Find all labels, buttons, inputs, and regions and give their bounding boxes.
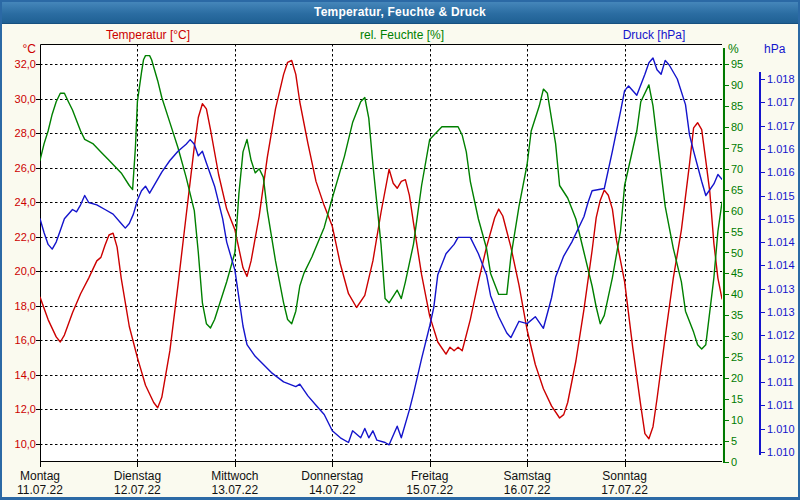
temp-axis-tick	[36, 306, 40, 307]
temp-axis-tick-label: 24,0	[6, 196, 36, 208]
humidity-axis-tick-label: 60	[731, 205, 743, 217]
pressure-axis-tick	[761, 126, 765, 127]
temp-axis-tick	[36, 237, 40, 238]
pressure-axis-tick-label: 1.015	[767, 190, 795, 202]
day-date: 12.07.22	[82, 483, 192, 497]
pressure-axis-unit: hPa	[764, 42, 785, 56]
temp-axis-tick-label: 12,0	[6, 403, 36, 415]
weather-chart-window: Temperatur, Feuchte & Druck Temperatur […	[0, 0, 800, 500]
humidity-axis-tick-label: 90	[731, 79, 743, 91]
temp-axis-tick-label: 26,0	[6, 162, 36, 174]
humidity-axis-tick	[725, 462, 729, 463]
humidity-axis-tick-label: 0	[731, 456, 737, 468]
temp-axis-tick	[36, 202, 40, 203]
humidity-axis-tick-label: 50	[731, 247, 743, 259]
humidity-axis-tick-label: 25	[731, 351, 743, 363]
x-axis-day-tick	[40, 462, 41, 467]
temp-axis-tick-label: 10,0	[6, 438, 36, 450]
pressure-axis-tick-label: 1.017	[767, 120, 795, 132]
humidity-axis-tick-label: 80	[731, 121, 743, 133]
humidity-axis-tick-label: 95	[731, 58, 743, 70]
window-title: Temperatur, Feuchte & Druck	[2, 2, 798, 24]
x-axis-day-tick	[235, 462, 236, 467]
x-axis-day-tick	[430, 462, 431, 467]
pressure-axis-tick	[761, 79, 765, 80]
x-axis-day-tick	[625, 462, 626, 467]
x-axis-day-tick	[332, 462, 333, 467]
pressure-axis-tick-label: 1.017	[767, 96, 795, 108]
legend-temperature: Temperatur [°C]	[106, 28, 190, 42]
pressure-axis-tick	[761, 405, 765, 406]
pressure-axis-tick	[761, 452, 765, 453]
humidity-axis-tick-label: 55	[731, 226, 743, 238]
day-name: Freitag	[375, 469, 485, 483]
humidity-axis-tick	[725, 211, 729, 212]
x-axis-day-label: Dienstag12.07.22	[82, 469, 192, 497]
pressure-axis-tick	[761, 265, 765, 266]
temp-axis-tick	[36, 168, 40, 169]
day-date: 16.07.22	[472, 483, 582, 497]
temp-axis-tick-label: 22,0	[6, 231, 36, 243]
temp-axis-tick	[36, 133, 40, 134]
pressure-axis-tick-label: 1.013	[767, 306, 795, 318]
x-axis-day-label: Sonntag17.07.22	[570, 469, 680, 497]
humidity-axis-tick-label: 65	[731, 184, 743, 196]
legend-humidity: rel. Feuchte [%]	[360, 28, 444, 42]
pressure-axis-tick	[761, 382, 765, 383]
pressure-axis-tick	[761, 149, 765, 150]
humidity-axis-tick	[725, 399, 729, 400]
temp-axis-tick	[36, 340, 40, 341]
pressure-axis-tick	[761, 359, 765, 360]
pressure-axis-tick	[761, 196, 765, 197]
pressure-axis-tick-label: 1.015	[767, 213, 795, 225]
humidity-axis-unit: %	[728, 42, 739, 56]
humidity-axis-tick-label: 15	[731, 393, 743, 405]
temp-axis-tick-label: 32,0	[6, 58, 36, 70]
humidity-axis-line	[723, 48, 725, 463]
humidity-axis-tick	[725, 336, 729, 337]
temp-axis-tick	[36, 64, 40, 65]
pressure-axis-tick	[761, 429, 765, 430]
pressure-axis-tick	[761, 242, 765, 243]
temp-axis-tick-label: 20,0	[6, 265, 36, 277]
legend-pressure: Druck [hPa]	[623, 28, 686, 42]
x-axis-day-label: Montag11.07.22	[0, 469, 95, 497]
humidity-axis-tick	[725, 127, 729, 128]
pressure-axis-tick-label: 1.012	[767, 329, 795, 341]
pressure-axis-tick-label: 1.010	[767, 423, 795, 435]
pressure-axis-tick-label: 1.014	[767, 236, 795, 248]
pressure-axis-tick-label: 1.010	[767, 446, 795, 458]
humidity-axis-tick	[725, 64, 729, 65]
humidity-axis-tick-label: 20	[731, 372, 743, 384]
x-axis-day-label: Donnerstag14.07.22	[277, 469, 387, 497]
humidity-axis-tick	[725, 315, 729, 316]
day-date: 14.07.22	[277, 483, 387, 497]
plot-area	[40, 44, 722, 462]
humidity-axis-tick-label: 45	[731, 267, 743, 279]
humidity-axis-tick-label: 35	[731, 309, 743, 321]
pressure-axis-tick	[761, 289, 765, 290]
day-name: Montag	[0, 469, 95, 483]
temp-axis-tick-label: 16,0	[6, 334, 36, 346]
humidity-axis-tick-label: 5	[731, 435, 737, 447]
day-name: Dienstag	[82, 469, 192, 483]
humidity-axis-tick-label: 85	[731, 100, 743, 112]
humidity-axis-tick-label: 10	[731, 414, 743, 426]
humidity-axis-tick	[725, 420, 729, 421]
pressure-axis-tick	[761, 312, 765, 313]
humidity-axis-tick	[725, 357, 729, 358]
day-date: 15.07.22	[375, 483, 485, 497]
pressure-axis-tick-label: 1.011	[767, 376, 794, 388]
day-date: 13.07.22	[180, 483, 290, 497]
x-axis-day-label: Mittwoch13.07.22	[180, 469, 290, 497]
pressure-axis-tick-label: 1.018	[767, 73, 795, 85]
day-name: Donnerstag	[277, 469, 387, 483]
humidity-axis-tick-label: 30	[731, 330, 743, 342]
humidity-axis-tick	[725, 106, 729, 107]
temp-axis-tick	[36, 409, 40, 410]
temp-axis-tick	[36, 444, 40, 445]
x-axis-day-tick	[137, 462, 138, 467]
pressure-axis-line	[759, 72, 761, 455]
pressure-axis-tick-label: 1.011	[767, 399, 794, 411]
temp-axis-tick-label: 18,0	[6, 300, 36, 312]
